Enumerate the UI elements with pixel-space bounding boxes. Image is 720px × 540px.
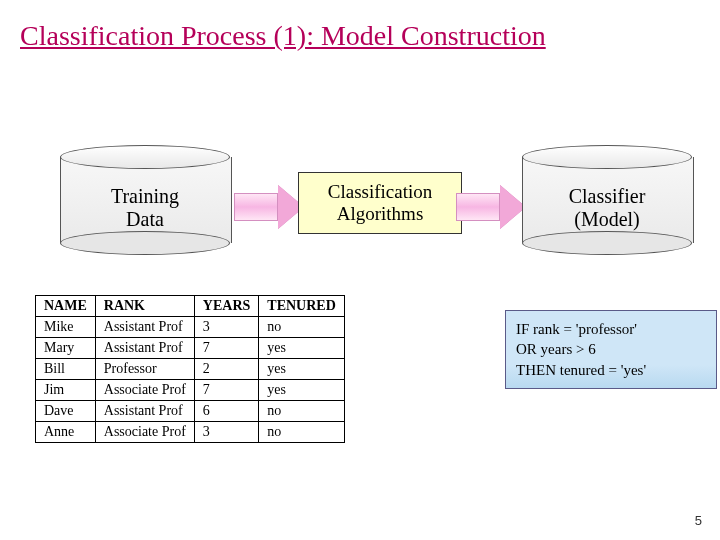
- table-cell: Assistant Prof: [95, 401, 194, 422]
- training-data-cylinder: Training Data: [60, 145, 230, 255]
- table-cell: 3: [194, 422, 258, 443]
- table-cell: Professor: [95, 359, 194, 380]
- table-cell: yes: [259, 338, 344, 359]
- classifier-label-l2: (Model): [574, 208, 640, 230]
- algo-label-l1: Classification: [328, 181, 432, 202]
- training-data-label-l2: Data: [126, 208, 164, 230]
- table-cell: Assistant Prof: [95, 317, 194, 338]
- page-number: 5: [695, 513, 702, 528]
- col-tenured: TENURED: [259, 296, 344, 317]
- table-cell: no: [259, 317, 344, 338]
- algo-label-l2: Algorithms: [337, 203, 424, 224]
- col-name: NAME: [36, 296, 96, 317]
- table-row: AnneAssociate Prof3no: [36, 422, 345, 443]
- classifier-model-label: Classifier (Model): [522, 185, 692, 231]
- arrow-icon: [234, 185, 304, 229]
- table-cell: Bill: [36, 359, 96, 380]
- classifier-label-l1: Classifier: [569, 185, 646, 207]
- arrow-icon: [456, 185, 526, 229]
- table-row: JimAssociate Prof7yes: [36, 380, 345, 401]
- training-data-label-l1: Training: [111, 185, 179, 207]
- decision-rule-box: IF rank = 'professor' OR years > 6 THEN …: [505, 310, 717, 389]
- table-header-row: NAME RANK YEARS TENURED: [36, 296, 345, 317]
- table-cell: Jim: [36, 380, 96, 401]
- slide-title: Classification Process (1): Model Constr…: [20, 20, 546, 52]
- table-row: BillProfessor2yes: [36, 359, 345, 380]
- rule-line: THEN tenured = 'yes': [516, 360, 706, 380]
- table-cell: Mary: [36, 338, 96, 359]
- classifier-model-cylinder: Classifier (Model): [522, 145, 692, 255]
- table-row: MaryAssistant Prof7yes: [36, 338, 345, 359]
- table-cell: Associate Prof: [95, 422, 194, 443]
- rule-line: IF rank = 'professor': [516, 319, 706, 339]
- table-cell: 6: [194, 401, 258, 422]
- training-data-label: Training Data: [60, 185, 230, 231]
- table-cell: 2: [194, 359, 258, 380]
- table-cell: 7: [194, 380, 258, 401]
- table-cell: no: [259, 401, 344, 422]
- table-cell: 7: [194, 338, 258, 359]
- table-cell: yes: [259, 380, 344, 401]
- table-cell: 3: [194, 317, 258, 338]
- col-years: YEARS: [194, 296, 258, 317]
- table-cell: Assistant Prof: [95, 338, 194, 359]
- classification-algorithms-box: Classification Algorithms: [298, 172, 462, 234]
- table-row: MikeAssistant Prof3no: [36, 317, 345, 338]
- table-row: DaveAssistant Prof6no: [36, 401, 345, 422]
- table-cell: Anne: [36, 422, 96, 443]
- rule-line: OR years > 6: [516, 339, 706, 359]
- table-cell: Dave: [36, 401, 96, 422]
- table-cell: Mike: [36, 317, 96, 338]
- slide: Classification Process (1): Model Constr…: [0, 0, 720, 540]
- table-cell: no: [259, 422, 344, 443]
- col-rank: RANK: [95, 296, 194, 317]
- table-cell: yes: [259, 359, 344, 380]
- table-cell: Associate Prof: [95, 380, 194, 401]
- training-data-table: NAME RANK YEARS TENURED MikeAssistant Pr…: [35, 295, 345, 443]
